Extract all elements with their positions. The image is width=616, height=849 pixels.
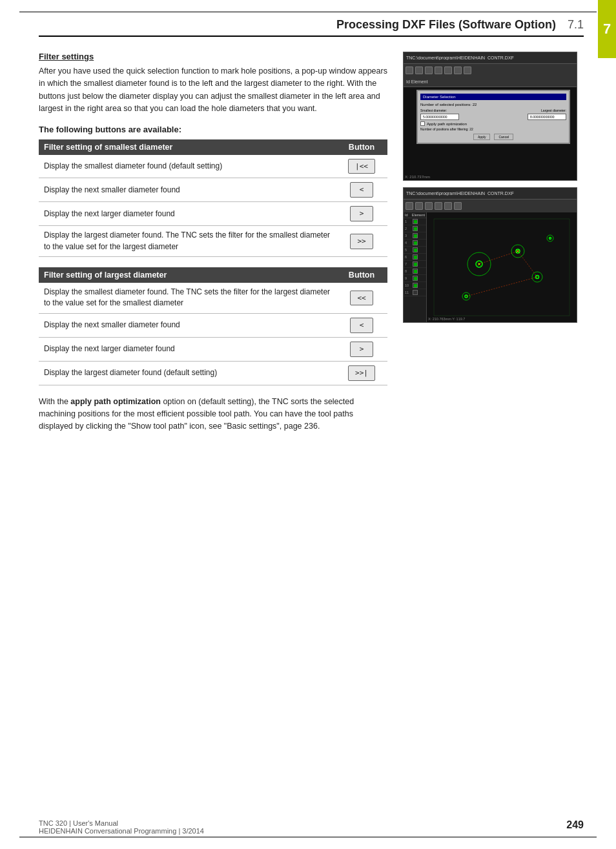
tb2-icon-1 <box>406 202 413 210</box>
largest-label: Largest diameter: <box>541 108 566 112</box>
left-column: Filter settings After you have used the … <box>39 52 387 433</box>
tb-icon-7 <box>464 66 471 74</box>
largest-btn-3[interactable]: >>| <box>336 361 387 385</box>
screenshot-1: TNC:\document\program\HEIDENHAIN_CONTR.D… <box>403 52 577 181</box>
smallest-col1-header: Filter setting of smallest diameter <box>39 139 336 155</box>
smallest-row-1: Display the next smaller diameter found< <box>39 178 387 202</box>
buttons-available-heading: The following buttons are available: <box>39 125 387 134</box>
largest-btn-0[interactable]: << <box>336 283 387 313</box>
element-checkbox-3[interactable] <box>413 233 418 238</box>
smallest-field: 5.000000000000 <box>420 114 459 120</box>
smallest-btn-0[interactable]: |<< <box>336 155 387 178</box>
svg-rect-4 <box>434 219 570 316</box>
screenshot-2-coords: X: 210.763mm Y: 119.7 <box>428 317 465 321</box>
screenshot-2-toolbar <box>404 199 577 212</box>
tb2-icon-2 <box>415 202 423 210</box>
chapter-tab: 7 <box>598 0 616 58</box>
largest-field: 8.000000000000 <box>528 114 566 120</box>
largest-row-2: Display the next larger diameter found> <box>39 337 387 361</box>
tb-icon-6 <box>454 66 462 74</box>
element-row-9: 9 <box>404 275 426 282</box>
screenshot-2-title: TNC:\document\program\HEIDENHAIN_CONTR.D… <box>406 191 574 196</box>
chapter-number: 7 <box>603 21 611 37</box>
footer-left-line2: HEIDENHAIN Conversational Programming | … <box>39 827 204 835</box>
header-section: 7.1 <box>568 18 584 32</box>
element-checkbox-2[interactable] <box>413 226 418 231</box>
apply-checkbox-row: Apply path optimization <box>420 121 566 126</box>
element-checkbox-6[interactable] <box>413 254 418 260</box>
element-checkbox-1[interactable] <box>413 219 418 224</box>
svg-line-17 <box>466 277 537 296</box>
tb-icon-5 <box>444 66 452 74</box>
element-row-11: 11 <box>404 289 426 296</box>
largest-button-1[interactable]: < <box>350 318 373 333</box>
largest-col2-header: Button <box>336 267 387 283</box>
largest-btn-2[interactable]: > <box>336 337 387 361</box>
largest-row-1: Display the next smaller diameter found< <box>39 313 387 337</box>
smallest-row-3: Display the largest diameter found. The … <box>39 226 387 257</box>
screenshot-1-titlebar: TNC:\document\program\HEIDENHAIN_CONTR.D… <box>404 52 577 64</box>
smallest-btn-1[interactable]: < <box>336 178 387 202</box>
element-row-5: 5 <box>404 247 426 254</box>
element-checkbox-5[interactable] <box>413 247 418 252</box>
apply-path-bold: apply path optimization <box>70 397 161 406</box>
smallest-desc-1: Display the next smaller diameter found <box>39 178 336 202</box>
smallest-btn-2[interactable]: > <box>336 202 387 226</box>
largest-desc-3: Display the largest diameter found (defa… <box>39 361 336 385</box>
largest-row-0: Display the smallest diameter found. The… <box>39 283 387 313</box>
screenshot-2-titlebar: TNC:\document\program\HEIDENHAIN_CONTR.D… <box>404 188 577 199</box>
element-checkbox-9[interactable] <box>413 276 418 281</box>
inner-toolbar: Id Element <box>404 77 577 87</box>
element-checkbox-4[interactable] <box>413 240 418 245</box>
element-row-10: 10 <box>404 282 426 289</box>
element-col: Element <box>412 213 425 217</box>
largest-button-0[interactable]: << <box>350 291 373 306</box>
largest-button-2[interactable]: > <box>350 342 373 357</box>
element-list-sidebar: Id Element 1234567891011 <box>404 212 427 322</box>
smallest-desc-0: Display the smallest diameter found (def… <box>39 155 336 178</box>
tb-icon-1 <box>406 66 413 74</box>
dialog-selected-positions: Number of selected positions: 22 <box>420 103 566 107</box>
smallest-desc-2: Display the next larger diameter found <box>39 202 336 226</box>
dialog-title: Diameter Selection <box>420 94 566 100</box>
smallest-button-0[interactable]: |<< <box>348 159 375 174</box>
smallest-row-0: Display the smallest diameter found (def… <box>39 155 387 178</box>
largest-button-3[interactable]: >>| <box>348 365 375 381</box>
smallest-button-1[interactable]: < <box>350 182 373 198</box>
svg-point-13 <box>547 235 553 241</box>
sim-cancel-btn: Cancel <box>494 134 513 140</box>
element-checkbox-10[interactable] <box>413 283 418 288</box>
two-column-layout: Filter settings After you have used the … <box>39 52 584 433</box>
screenshots: TNC:\document\program\HEIDENHAIN_CONTR.D… <box>403 52 584 323</box>
smallest-button-2[interactable]: > <box>350 206 373 221</box>
svg-point-14 <box>549 238 551 240</box>
page-footer: TNC 320 | User's Manual HEIDENHAIN Conve… <box>39 819 584 835</box>
smallest-diameter-table: Filter setting of smallest diameter Butt… <box>39 139 387 258</box>
element-checkbox-11[interactable] <box>413 290 418 295</box>
page-border-top <box>19 12 597 12</box>
screenshot-1-title: TNC:\document\program\HEIDENHAIN_CONTR.D… <box>406 56 574 60</box>
element-checkbox-7[interactable] <box>413 261 418 267</box>
tb2-icon-3 <box>425 202 433 210</box>
element-row-8: 8 <box>404 268 426 275</box>
largest-btn-1[interactable]: < <box>336 313 387 337</box>
dialog-buttons: Apply Cancel <box>420 134 566 140</box>
smallest-label: Smallest diameter: <box>420 108 447 112</box>
element-checkbox-8[interactable] <box>413 269 418 274</box>
tb2-icon-6 <box>454 202 462 210</box>
content-area: Filter settings After you have used the … <box>39 52 584 817</box>
screenshot-1-content: Id Element <box>404 77 577 180</box>
id-col: Id <box>405 213 408 217</box>
list-header: Id Element <box>404 212 426 218</box>
tb2-icon-5 <box>444 202 452 210</box>
right-column: TNC:\document\program\HEIDENHAIN_CONTR.D… <box>403 52 584 433</box>
smallest-row-2: Display the next larger diameter found> <box>39 202 387 226</box>
smallest-button-3[interactable]: >> <box>350 234 373 249</box>
largest-desc-2: Display the next larger diameter found <box>39 337 336 361</box>
filter-settings-heading: Filter settings <box>39 52 387 61</box>
tb-icon-3 <box>425 66 433 74</box>
header-title: Processing DXF Files (Software Option) <box>336 18 556 32</box>
element-row-1: 1 <box>404 218 426 225</box>
smallest-desc-3: Display the largest diameter found. The … <box>39 226 336 257</box>
smallest-btn-3[interactable]: >> <box>336 226 387 257</box>
